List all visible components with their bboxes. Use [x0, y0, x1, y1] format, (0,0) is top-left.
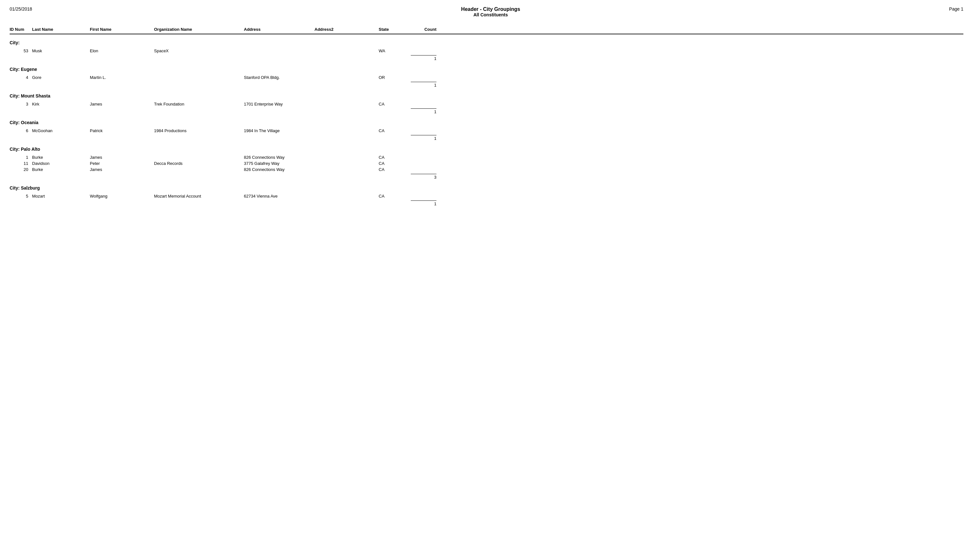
cell-address2 [314, 75, 379, 80]
table-row: 6McGoohanPatrick1984 Productions1984 In … [10, 128, 963, 134]
section-label: City: Palo Alto [10, 147, 963, 152]
cell-first-name: Elon [90, 48, 154, 53]
count-row: 1 [10, 55, 963, 61]
cell-address: Stanford OPA Bldg. [244, 75, 314, 80]
cell-id: 3 [10, 102, 32, 107]
cell-address: 1701 Enterprise Way [244, 102, 314, 107]
cell-last-name: Gore [32, 75, 90, 80]
section-block: City:53MuskElonSpaceXWA1 [10, 40, 963, 61]
table-row: 11DavidsonPeterDecca Records3775 Galafre… [10, 160, 963, 167]
cell-address [244, 48, 314, 53]
cell-id: 4 [10, 75, 32, 80]
cell-count-empty [411, 75, 436, 80]
cell-state: CA [379, 155, 411, 160]
cell-address: 826 Connections Way [244, 167, 314, 172]
cell-org [154, 167, 244, 172]
col-count: Count [411, 27, 436, 32]
cell-address2 [314, 161, 379, 166]
cell-count-empty [411, 128, 436, 133]
count-value: 1 [411, 82, 436, 88]
count-value: 3 [411, 174, 436, 180]
section-label: City: Eugene [10, 67, 963, 72]
table-row: 20BurkeJames826 Connections WayCA [10, 167, 963, 173]
cell-state: OR [379, 75, 411, 80]
count-row: 1 [10, 135, 963, 141]
cell-org [154, 155, 244, 160]
table-row: 53MuskElonSpaceXWA [10, 48, 963, 54]
cell-state: CA [379, 161, 411, 166]
section-block: City: Oceania6McGoohanPatrick1984 Produc… [10, 120, 963, 141]
count-value: 1 [411, 55, 436, 61]
cell-address: 826 Connections Way [244, 155, 314, 160]
cell-last-name: McGoohan [32, 128, 90, 133]
cell-first-name: James [90, 155, 154, 160]
cell-count-empty [411, 155, 436, 160]
table-row: 1BurkeJames826 Connections WayCA [10, 154, 963, 160]
cell-id: 53 [10, 48, 32, 53]
cell-id: 1 [10, 155, 32, 160]
section-block: City: Mount Shasta3KirkJamesTrek Foundat… [10, 93, 963, 114]
page-number: Page 1 [949, 7, 963, 12]
cell-org: Mozart Memorial Account [154, 194, 244, 198]
col-address2: Address2 [314, 27, 379, 32]
cell-first-name: Wolfgang [90, 194, 154, 198]
cell-state: CA [379, 194, 411, 198]
cell-address2 [314, 155, 379, 160]
table-row: 3KirkJamesTrek Foundation1701 Enterprise… [10, 101, 963, 107]
section-label: City: Salzburg [10, 185, 963, 190]
cell-first-name: James [90, 167, 154, 172]
cell-address: 1984 In The Village [244, 128, 314, 133]
section-label: City: Mount Shasta [10, 93, 963, 98]
cell-id: 5 [10, 194, 32, 198]
cell-org: Decca Records [154, 161, 244, 166]
col-org-name: Organization Name [154, 27, 244, 32]
table-row: 4GoreMartin L.Stanford OPA Bldg.OR [10, 74, 963, 80]
cell-last-name: Mozart [32, 194, 90, 198]
cell-last-name: Burke [32, 167, 90, 172]
col-state: State [379, 27, 411, 32]
cell-last-name: Kirk [32, 102, 90, 107]
count-row: 3 [10, 174, 963, 180]
cell-count-empty [411, 167, 436, 172]
cell-last-name: Musk [32, 48, 90, 53]
cell-address: 3775 Galafrey Way [244, 161, 314, 166]
cell-count-empty [411, 194, 436, 198]
cell-org: 1984 Productions [154, 128, 244, 133]
section-label: City: [10, 40, 963, 45]
cell-org [154, 75, 244, 80]
count-value: 1 [411, 135, 436, 141]
column-headers: ID Num Last Name First Name Organization… [10, 27, 963, 34]
cell-address2 [314, 48, 379, 53]
cell-count-empty [411, 161, 436, 166]
section-label: City: Oceania [10, 120, 963, 125]
cell-address2 [314, 102, 379, 107]
count-value: 1 [411, 108, 436, 114]
col-last-name: Last Name [32, 27, 90, 32]
col-address: Address [244, 27, 314, 32]
cell-id: 20 [10, 167, 32, 172]
cell-first-name: Patrick [90, 128, 154, 133]
cell-last-name: Davidson [32, 161, 90, 166]
cell-state: WA [379, 48, 411, 53]
cell-org: SpaceX [154, 48, 244, 53]
cell-address2 [314, 167, 379, 172]
report-title: Header - City Groupings [461, 7, 520, 12]
cell-state: CA [379, 128, 411, 133]
cell-state: CA [379, 167, 411, 172]
count-row: 1 [10, 108, 963, 114]
cell-first-name: Peter [90, 161, 154, 166]
cell-id: 6 [10, 128, 32, 133]
cell-count-empty [411, 102, 436, 107]
report-date: 01/25/2018 [10, 7, 32, 12]
cell-org: Trek Foundation [154, 102, 244, 107]
cell-last-name: Burke [32, 155, 90, 160]
report-subtitle: All Constituents [461, 12, 520, 17]
section-block: City: Salzburg5MozartWolfgangMozart Memo… [10, 185, 963, 206]
count-value: 1 [411, 200, 436, 206]
cell-first-name: Martin L. [90, 75, 154, 80]
cell-id: 11 [10, 161, 32, 166]
cell-state: CA [379, 102, 411, 107]
section-block: City: Palo Alto1BurkeJames826 Connection… [10, 147, 963, 180]
section-block: City: Eugene4GoreMartin L.Stanford OPA B… [10, 67, 963, 88]
cell-address2 [314, 128, 379, 133]
